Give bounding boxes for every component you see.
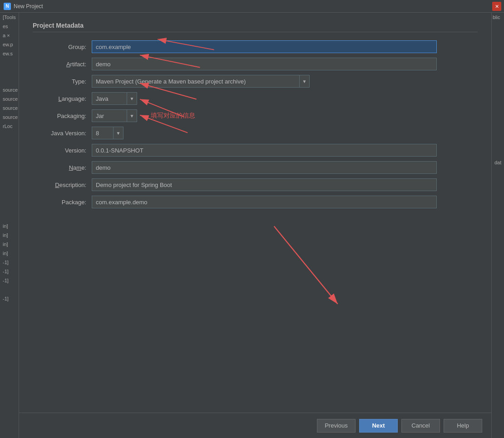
right-sidebar-item-2: dat [492,158,504,167]
group-row: Group: [33,40,478,53]
version-label: Version: [33,147,92,154]
sidebar-item-9: rLoc [0,122,19,131]
right-sidebar-item: blic [492,13,504,22]
language-select[interactable]: Java ▼ [92,92,137,105]
java-version-arrow[interactable]: ▼ [113,127,123,139]
name-label: Name: [33,164,92,171]
packaging-select-value: Jar [92,113,127,119]
sidebar-item-5: source [0,85,19,94]
type-dropdown-arrow[interactable]: ▼ [299,75,309,87]
title-bar-text: New Project [14,3,43,10]
version-row: Version: [33,144,478,157]
sidebar-item-7: source [0,103,19,113]
sidebar-item-17: -1] [0,294,19,303]
svg-line-6 [274,226,338,304]
java-version-select[interactable]: 8 ▼ [92,127,124,139]
sidebar-item-12: in] [0,240,19,249]
artifact-row: Artifact: [33,58,478,70]
annotation-text: 填写对应的信息 [151,112,195,120]
sidebar-item-11: in] [0,231,19,240]
language-row: Language: Java ▼ [33,92,478,105]
dialog-footer: Previous Next Cancel Help [19,413,491,438]
section-title: Project Metadata [33,22,478,32]
previous-button[interactable]: Previous [317,419,356,433]
description-row: Description: [33,178,478,191]
cancel-button[interactable]: Cancel [401,419,440,433]
close-button[interactable]: ✕ [492,2,501,11]
packaging-dropdown-arrow[interactable]: ▼ [127,110,137,122]
type-label: Type: [33,78,92,85]
language-label: Language: [33,95,92,102]
artifact-input[interactable] [92,58,437,70]
sidebar-item-8: source [0,113,19,122]
sidebar-item-1: es [0,22,19,31]
language-dropdown-arrow[interactable]: ▼ [127,93,137,104]
app-icon: N [4,3,11,10]
help-button[interactable]: Help [444,419,482,433]
sidebar-item-2: a × [0,31,19,40]
packaging-select[interactable]: Jar ▼ [92,109,137,122]
right-sidebar: blic dat [491,13,504,438]
type-select-value: Maven Project (Generate a Maven based pr… [92,78,299,85]
description-input[interactable] [92,178,437,191]
java-version-label: Java Version: [33,130,92,137]
dialog: Project Metadata Group: Artifact: Type: … [19,13,491,438]
package-input[interactable] [92,196,437,208]
dialog-content: Project Metadata Group: Artifact: Type: … [19,13,491,413]
left-sidebar: [Tools es a × ew.p ew.s source source so… [0,13,19,438]
package-row: Package: [33,196,478,208]
type-row: Type: Maven Project (Generate a Maven ba… [33,75,478,88]
sidebar-item-10: in] [0,221,19,231]
packaging-label: Packaging: [33,113,92,119]
next-button[interactable]: Next [359,419,398,433]
description-label: Description: [33,182,92,188]
package-label: Package: [33,199,92,206]
sidebar-item-tools: [Tools [0,13,19,22]
name-input[interactable] [92,161,437,174]
sidebar-item-13: in] [0,249,19,258]
sidebar-item-3: ew.p [0,40,19,49]
group-label: Group: [33,44,92,50]
artifact-label: Artifact: [33,61,92,68]
packaging-row: Packaging: Jar ▼ 填写对应的信息 [33,109,478,122]
sidebar-item-14: -1] [0,258,19,267]
sidebar-item-6: source [0,94,19,103]
language-select-value: Java [92,95,127,102]
title-bar: N New Project ✕ [0,0,504,13]
java-version-value: 8 [92,130,113,137]
type-select[interactable]: Maven Project (Generate a Maven based pr… [92,75,310,88]
version-input[interactable] [92,144,437,157]
sidebar-item-16: -1] [0,276,19,285]
java-version-row: Java Version: 8 ▼ [33,127,478,139]
name-row: Name: [33,161,478,174]
group-input[interactable] [92,40,437,53]
sidebar-item-15: -1] [0,267,19,276]
sidebar-item-4: ew.s [0,49,19,58]
